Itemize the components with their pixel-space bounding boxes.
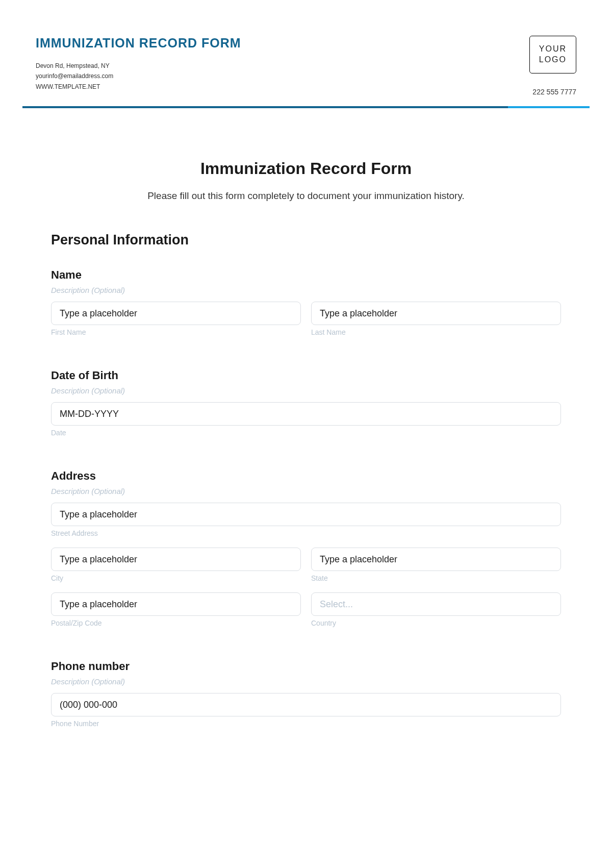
phone-desc: Description (Optional) [51, 677, 561, 686]
header-phone: 222 555 7777 [529, 88, 576, 96]
field-address: Address Description (Optional) Type a pl… [51, 469, 561, 634]
page-header: IMMUNIZATION RECORD FORM Devon Rd, Hemps… [0, 0, 612, 106]
state-sublabel: State [311, 574, 561, 582]
city-sublabel: City [51, 574, 301, 582]
logo-line2: LOGO [539, 55, 567, 65]
dob-desc: Description (Optional) [51, 386, 561, 395]
dob-input[interactable]: MM-DD-YYYY [51, 402, 561, 426]
first-name-sublabel: First Name [51, 328, 301, 336]
phone-label: Phone number [51, 660, 561, 673]
field-name: Name Description (Optional) Type a place… [51, 268, 561, 343]
street-input[interactable]: Type a placeholder [51, 503, 561, 526]
section-personal-info: Personal Information [51, 232, 561, 248]
header-website: WWW.TEMPLATE.NET [36, 82, 241, 92]
city-input[interactable]: Type a placeholder [51, 548, 301, 571]
last-name-sublabel: Last Name [311, 328, 561, 336]
header-title: IMMUNIZATION RECORD FORM [36, 36, 241, 51]
phone-sublabel: Phone Number [51, 720, 561, 728]
field-dob: Date of Birth Description (Optional) MM-… [51, 369, 561, 444]
postal-sublabel: Postal/Zip Code [51, 619, 301, 627]
street-sublabel: Street Address [51, 529, 561, 537]
form-content: Immunization Record Form Please fill out… [0, 108, 612, 735]
phone-input[interactable]: (000) 000-000 [51, 693, 561, 716]
country-sublabel: Country [311, 619, 561, 627]
name-desc: Description (Optional) [51, 286, 561, 294]
header-email: yourinfo@emailaddress.com [36, 71, 241, 81]
country-select[interactable]: Select... [311, 592, 561, 616]
header-right: YOUR LOGO 222 555 7777 [529, 36, 576, 96]
field-phone: Phone number Description (Optional) (000… [51, 660, 561, 735]
dob-sublabel: Date [51, 429, 561, 437]
form-title: Immunization Record Form [51, 159, 561, 178]
dob-label: Date of Birth [51, 369, 561, 382]
name-label: Name [51, 268, 561, 282]
logo-line1: YOUR [539, 44, 567, 55]
header-address: Devon Rd, Hempstead, NY [36, 61, 241, 71]
header-divider [22, 106, 590, 108]
form-intro: Please fill out this form completely to … [51, 190, 561, 202]
postal-input[interactable]: Type a placeholder [51, 592, 301, 616]
last-name-input[interactable]: Type a placeholder [311, 302, 561, 325]
header-info: Devon Rd, Hempstead, NY yourinfo@emailad… [36, 61, 241, 92]
first-name-input[interactable]: Type a placeholder [51, 302, 301, 325]
address-desc: Description (Optional) [51, 487, 561, 495]
state-input[interactable]: Type a placeholder [311, 548, 561, 571]
header-left: IMMUNIZATION RECORD FORM Devon Rd, Hemps… [36, 36, 241, 92]
logo-placeholder: YOUR LOGO [529, 36, 576, 73]
address-label: Address [51, 469, 561, 483]
